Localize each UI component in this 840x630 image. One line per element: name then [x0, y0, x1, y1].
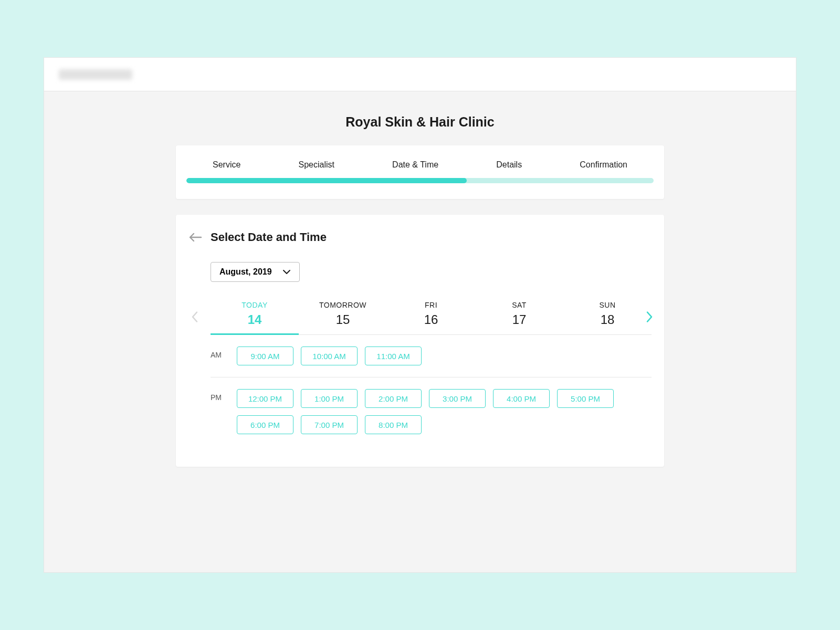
date-day-label: SUN: [563, 301, 652, 309]
progress-card: Service Specialist Date & Time Details C…: [176, 145, 664, 199]
date-item-14[interactable]: TODAY14: [211, 301, 299, 334]
date-number: 17: [475, 312, 563, 327]
chevron-left-icon: [191, 310, 198, 323]
date-item-15[interactable]: TOMORROW15: [299, 301, 387, 334]
pm-section: PM 12:00 PM1:00 PM2:00 PM3:00 PM4:00 PM5…: [211, 377, 652, 446]
time-slot-button[interactable]: 8:00 PM: [365, 415, 422, 434]
date-number: 18: [563, 312, 652, 327]
time-slot-button[interactable]: 3:00 PM: [429, 389, 486, 408]
chevron-down-icon: [282, 269, 291, 275]
card-body: August, 2019 TODAY14TOMORROW15FRI16SAT17…: [188, 262, 652, 446]
date-day-label: TODAY: [211, 301, 299, 309]
time-slot-button[interactable]: 12:00 PM: [237, 389, 293, 408]
date-item-16[interactable]: FRI16: [387, 301, 475, 334]
time-slot-button[interactable]: 7:00 PM: [301, 415, 358, 434]
time-slot-button[interactable]: 4:00 PM: [493, 389, 550, 408]
progress-steps: Service Specialist Date & Time Details C…: [186, 160, 654, 170]
time-slot-button[interactable]: 1:00 PM: [301, 389, 358, 408]
time-slot-button[interactable]: 11:00 AM: [365, 346, 422, 365]
date-number: 15: [299, 312, 387, 327]
progress-step-confirmation: Confirmation: [580, 160, 627, 170]
date-number: 14: [211, 312, 299, 327]
date-next-button[interactable]: [643, 310, 656, 323]
page-title: Royal Skin & Hair Clinic: [44, 114, 796, 130]
datetime-card: Select Date and Time August, 2019 TODAY: [176, 215, 664, 467]
progress-step-datetime: Date & Time: [392, 160, 438, 170]
month-label: August, 2019: [219, 267, 272, 277]
chevron-right-icon: [646, 310, 653, 323]
progress-step-service: Service: [213, 160, 240, 170]
arrow-left-icon: [188, 232, 202, 243]
am-label: AM: [211, 346, 226, 359]
pm-label: PM: [211, 389, 226, 402]
progress-bar: [186, 178, 654, 183]
date-number: 16: [387, 312, 475, 327]
time-slot-button[interactable]: 10:00 AM: [301, 346, 358, 365]
time-slot-button[interactable]: 5:00 PM: [557, 389, 614, 408]
content-wrapper: Service Specialist Date & Time Details C…: [176, 145, 664, 467]
date-prev-button[interactable]: [188, 310, 201, 323]
date-item-18[interactable]: SUN18: [563, 301, 652, 334]
logo-placeholder: [59, 69, 132, 80]
app-container: Royal Skin & Hair Clinic Service Special…: [44, 57, 796, 573]
back-button[interactable]: [188, 230, 202, 244]
date-item-17[interactable]: SAT17: [475, 301, 563, 334]
progress-bar-fill: [186, 178, 467, 183]
date-day-label: TOMORROW: [299, 301, 387, 309]
time-slot-button[interactable]: 2:00 PM: [365, 389, 422, 408]
card-header: Select Date and Time: [188, 230, 652, 244]
month-selector[interactable]: August, 2019: [211, 262, 300, 282]
card-title: Select Date and Time: [211, 230, 327, 244]
dates-list: TODAY14TOMORROW15FRI16SAT17SUN18: [211, 301, 652, 335]
date-day-label: SAT: [475, 301, 563, 309]
am-section: AM 9:00 AM10:00 AM11:00 AM: [211, 335, 652, 377]
topbar: [44, 58, 796, 91]
date-picker: TODAY14TOMORROW15FRI16SAT17SUN18: [211, 301, 652, 335]
pm-slots: 12:00 PM1:00 PM2:00 PM3:00 PM4:00 PM5:00…: [237, 389, 652, 434]
am-slots: 9:00 AM10:00 AM11:00 AM: [237, 346, 422, 365]
progress-step-specialist: Specialist: [298, 160, 334, 170]
date-day-label: FRI: [387, 301, 475, 309]
progress-step-details: Details: [496, 160, 522, 170]
time-slot-button[interactable]: 6:00 PM: [237, 415, 293, 434]
time-slot-button[interactable]: 9:00 AM: [237, 346, 293, 365]
